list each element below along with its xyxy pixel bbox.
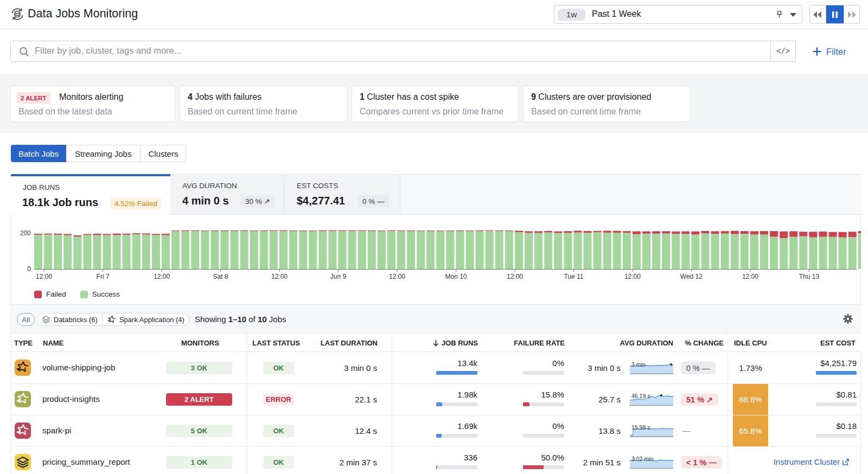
svg-text:Thu 13: Thu 13 <box>799 273 820 280</box>
svg-text:15.98 s: 15.98 s <box>631 424 650 431</box>
svg-text:Jun 9: Jun 9 <box>330 273 347 280</box>
svg-text:12:00: 12:00 <box>624 273 641 280</box>
svg-text:0: 0 <box>27 265 31 273</box>
svg-text:Fri 7: Fri 7 <box>97 273 110 280</box>
svg-text:200: 200 <box>20 229 31 237</box>
svg-text:3 min: 3 min <box>631 361 646 368</box>
svg-text:12:00: 12:00 <box>271 273 288 280</box>
svg-text:Sat 8: Sat 8 <box>213 273 228 280</box>
svg-text:12:00: 12:00 <box>742 273 758 280</box>
svg-text:12:00: 12:00 <box>36 273 52 280</box>
svg-text:Tue 11: Tue 11 <box>564 273 583 280</box>
svg-text:3:02 min: 3:02 min <box>631 456 653 462</box>
svg-text:Mon 10: Mon 10 <box>445 273 467 280</box>
svg-text:12:00: 12:00 <box>154 273 170 280</box>
svg-text:12:00: 12:00 <box>507 273 523 280</box>
svg-text:12:00: 12:00 <box>389 273 405 280</box>
svg-text:46.19 s: 46.19 s <box>631 393 650 399</box>
svg-text:Wed 12: Wed 12 <box>680 273 703 280</box>
